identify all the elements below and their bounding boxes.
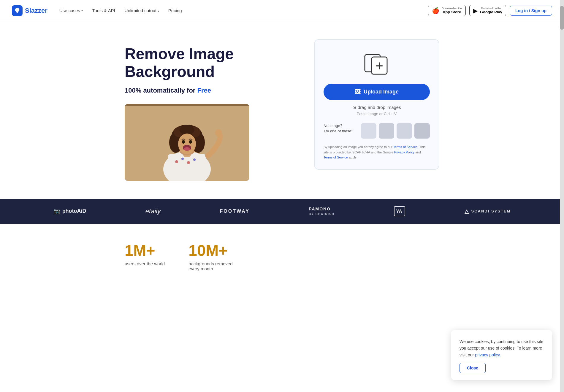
nav-tools[interactable]: Tools & API bbox=[92, 8, 115, 13]
svg-text:YA: YA bbox=[396, 209, 402, 214]
nav-unlimited[interactable]: Unlimited cutouts bbox=[125, 8, 159, 13]
app-store-button[interactable]: 🍎 Download on the App Store bbox=[428, 5, 466, 17]
navbar: Slazzer Use cases ▾ Tools & API Unlimite… bbox=[0, 0, 564, 21]
hero-subtitle: 100% automatically for Free bbox=[125, 87, 296, 94]
sample-thumbs bbox=[361, 123, 430, 139]
hero-image bbox=[125, 104, 249, 181]
sample-image-4[interactable] bbox=[414, 123, 430, 139]
stat-users: 1M+ users over the world bbox=[125, 242, 165, 271]
login-button[interactable]: Log in / Sign up bbox=[510, 6, 552, 16]
stat-users-desc: users over the world bbox=[125, 261, 165, 266]
svg-point-7 bbox=[193, 158, 196, 161]
brand-pamono: PAMONOBY CHAIRISH bbox=[309, 207, 335, 216]
hero-left: Remove Image Background 100% automatical… bbox=[125, 39, 314, 181]
stat-backgrounds: 10M+ backgrounds removedevery month bbox=[188, 242, 232, 271]
brand-photoaid: 📷 photoAiD bbox=[53, 208, 86, 215]
svg-rect-1 bbox=[125, 104, 249, 106]
upload-box: 🖼 Upload Image or drag and drop images P… bbox=[314, 39, 439, 170]
logo[interactable]: Slazzer bbox=[12, 5, 47, 16]
upload-image-button[interactable]: 🖼 Upload Image bbox=[324, 84, 430, 100]
ya-logo: YA bbox=[394, 206, 405, 217]
brand-ya: YA bbox=[394, 206, 405, 217]
sample-image-3[interactable] bbox=[397, 123, 412, 139]
sample-image-2[interactable] bbox=[379, 123, 394, 139]
hero-section: Remove Image Background 100% automatical… bbox=[89, 21, 475, 199]
brand-footway: FOOTWAY bbox=[220, 209, 249, 214]
sample-label: No image? Try one of these: bbox=[324, 123, 356, 134]
svg-point-4 bbox=[175, 160, 178, 163]
stat-bg-number: 10M+ bbox=[188, 242, 232, 259]
triangle-icon: △ bbox=[465, 208, 469, 215]
tos-link-3[interactable]: Terms of Service bbox=[324, 155, 348, 159]
logo-icon bbox=[12, 5, 23, 16]
stat-users-number: 1M+ bbox=[125, 242, 165, 259]
apple-icon: 🍎 bbox=[432, 7, 439, 14]
nav-links: Use cases ▾ Tools & API Unlimited cutout… bbox=[59, 8, 182, 13]
image-icon: 🖼 bbox=[355, 88, 361, 95]
scrollbar[interactable] bbox=[560, 0, 564, 283]
upload-image-icon bbox=[363, 52, 390, 75]
google-play-button[interactable]: ▶ Download on the Google Play bbox=[469, 5, 506, 17]
stat-bg-desc: backgrounds removedevery month bbox=[188, 261, 232, 271]
navbar-left: Slazzer Use cases ▾ Tools & API Unlimite… bbox=[12, 5, 182, 16]
svg-point-5 bbox=[181, 158, 184, 160]
svg-point-21 bbox=[215, 129, 222, 137]
brand-etaily: etaily bbox=[145, 207, 161, 215]
slazzer-icon bbox=[14, 7, 20, 14]
google-play-icon: ▶ bbox=[473, 7, 478, 14]
logo-text: Slazzer bbox=[25, 7, 47, 15]
tos-text: By uploading an image you hereby agree t… bbox=[324, 145, 430, 160]
sample-image-1[interactable] bbox=[361, 123, 376, 139]
upload-icon-area bbox=[363, 52, 390, 77]
hero-image-svg bbox=[125, 104, 249, 181]
privacy-policy-link[interactable]: Privacy Policy bbox=[394, 150, 414, 154]
navbar-right: 🍎 Download on the App Store ▶ Download o… bbox=[428, 5, 552, 17]
svg-point-17 bbox=[182, 140, 185, 144]
paste-text: Paste image or Ctrl + V bbox=[357, 112, 397, 116]
svg-point-20 bbox=[184, 147, 190, 151]
svg-point-18 bbox=[189, 140, 192, 144]
stats-section: 1M+ users over the world 10M+ background… bbox=[89, 224, 475, 283]
hero-right: 🖼 Upload Image or drag and drop images P… bbox=[314, 39, 439, 170]
brands-bar: 📷 photoAiD etaily FOOTWAY PAMONOBY CHAIR… bbox=[0, 199, 564, 224]
svg-rect-3 bbox=[168, 154, 206, 181]
tos-link-1[interactable]: Terms of Service bbox=[393, 145, 418, 149]
chevron-down-icon: ▾ bbox=[81, 9, 83, 12]
svg-point-16 bbox=[178, 134, 196, 154]
nav-use-cases[interactable]: Use cases ▾ bbox=[59, 8, 83, 13]
nav-pricing[interactable]: Pricing bbox=[168, 8, 182, 13]
svg-point-15 bbox=[180, 125, 194, 135]
sample-section: No image? Try one of these: bbox=[324, 123, 430, 139]
svg-point-6 bbox=[187, 161, 190, 164]
brand-scandi: △ SCANDI SYSTEM bbox=[465, 208, 511, 215]
camera-icon: 📷 bbox=[53, 208, 60, 215]
hero-title: Remove Image Background bbox=[125, 45, 296, 81]
drag-drop-text: or drag and drop images bbox=[352, 105, 401, 110]
